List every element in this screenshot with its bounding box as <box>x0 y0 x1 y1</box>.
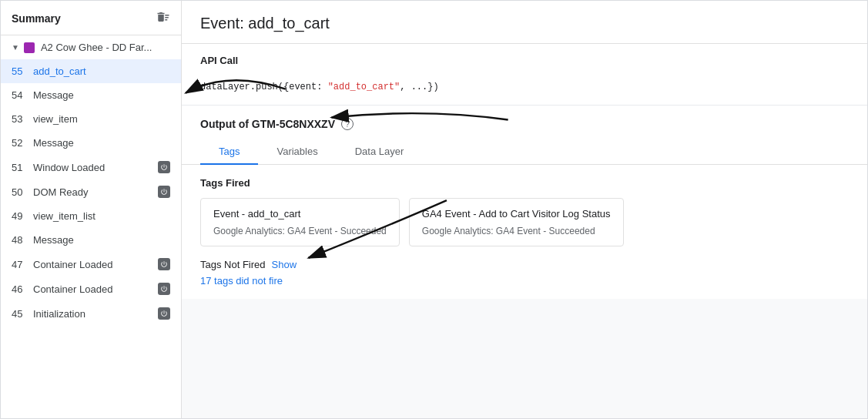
item-label-46: Container Loaded <box>33 283 153 295</box>
badge-icon-46 <box>158 283 170 295</box>
item-number-48: 48 <box>12 234 33 246</box>
sidebar-item-45[interactable]: 45 Initialization <box>1 301 181 326</box>
main-body: API Call dataLayer.push({event: "add_to_… <box>182 44 867 418</box>
chevron-icon: ▼ <box>12 43 19 52</box>
sidebar-item-54[interactable]: 54 Message <box>1 83 181 107</box>
item-label-55: add_to_cart <box>33 65 170 77</box>
item-number-53: 53 <box>12 113 33 125</box>
tag-card-0: Event - add_to_cart Google Analytics: GA… <box>200 198 400 246</box>
item-label-52: Message <box>33 137 170 149</box>
tags-not-fired-row: Tags Not Fired Show <box>200 259 849 270</box>
item-number-46: 46 <box>12 283 33 295</box>
api-call-code: dataLayer.push({event: "add_to_cart", ..… <box>182 74 867 105</box>
item-number-54: 54 <box>12 89 33 101</box>
tag-card-desc-0: Google Analytics: GA4 Event - Succeeded <box>213 226 387 236</box>
sidebar-item-53[interactable]: 53 view_item <box>1 107 181 131</box>
output-title: Output of GTM-5C8NXXZV <box>200 118 335 130</box>
tab-data-layer[interactable]: Data Layer <box>337 139 423 165</box>
sidebar-item-52[interactable]: 52 Message <box>1 131 181 155</box>
tag-card-title-1: GA4 Event - Add to Cart Visitor Log Stat… <box>422 208 611 220</box>
item-number-45: 45 <box>12 308 33 320</box>
item-number-47: 47 <box>12 259 33 270</box>
item-number-55: 55 <box>12 65 33 77</box>
help-icon[interactable]: ? <box>341 118 354 130</box>
code-suffix: , ...}) <box>400 82 438 92</box>
page-title: Event: add_to_cart <box>200 15 849 32</box>
tags-fired-grid: Event - add_to_cart Google Analytics: GA… <box>200 198 849 246</box>
item-label-47: Container Loaded <box>33 259 153 270</box>
tags-not-fired-label: Tags Not Fired <box>200 259 266 270</box>
item-label-53: view_item <box>33 113 170 125</box>
tab-variables[interactable]: Variables <box>258 139 336 165</box>
item-label-45: Initialization <box>33 308 153 320</box>
sidebar-item-49[interactable]: 49 view_item_list <box>1 204 181 228</box>
parent-item[interactable]: ▼ A2 Cow Ghee - DD Far... <box>1 35 181 59</box>
item-number-49: 49 <box>12 210 33 222</box>
sidebar-title: Summary <box>12 12 61 25</box>
tag-card-1: GA4 Event - Add to Cart Visitor Log Stat… <box>409 198 624 246</box>
sidebar: Summary ▼ A2 Cow Ghee - DD Far... 55 add… <box>1 1 182 418</box>
badge-icon-51 <box>158 161 170 173</box>
badge-icon-47 <box>158 258 170 270</box>
api-call-title: API Call <box>182 44 867 74</box>
sidebar-header: Summary <box>1 1 181 35</box>
tabs-bar: Tags Variables Data Layer <box>182 139 867 165</box>
item-label-54: Message <box>33 89 170 101</box>
tags-fired-title: Tags Fired <box>200 177 849 189</box>
tags-section: Tags Fired Event - add_to_cart Google An… <box>182 165 867 299</box>
parent-item-label: A2 Cow Ghee - DD Far... <box>41 42 152 53</box>
output-section: Output of GTM-5C8NXXZV ? Tags Variables … <box>182 106 867 299</box>
sidebar-item-48[interactable]: 48 Message <box>1 228 181 252</box>
tab-tags[interactable]: Tags <box>200 139 258 165</box>
sidebar-item-46[interactable]: 46 Container Loaded <box>1 277 181 301</box>
item-label-48: Message <box>33 234 170 246</box>
code-event: "add_to_cart" <box>328 82 400 92</box>
sidebar-item-47[interactable]: 47 Container Loaded <box>1 252 181 277</box>
main-header: Event: add_to_cart <box>182 1 867 44</box>
sidebar-item-51[interactable]: 51 Window Loaded <box>1 155 181 179</box>
color-dot <box>24 42 35 53</box>
item-label-49: view_item_list <box>33 210 170 222</box>
clear-icon[interactable] <box>156 10 170 27</box>
item-number-52: 52 <box>12 137 33 149</box>
api-call-section: API Call dataLayer.push({event: "add_to_… <box>182 44 867 106</box>
badge-icon-50 <box>158 186 170 198</box>
item-number-50: 50 <box>12 186 33 198</box>
sidebar-item-50[interactable]: 50 DOM Ready <box>1 179 181 204</box>
item-label-51: Window Loaded <box>33 162 153 173</box>
sidebar-item-55[interactable]: 55 add_to_cart <box>1 59 181 83</box>
main-content: Event: add_to_cart API Call dataLayer.pu… <box>182 1 867 418</box>
badge-icon-45 <box>158 307 170 320</box>
code-prefix: dataLayer.push({event: <box>200 82 328 92</box>
tags-not-fired-show[interactable]: Show <box>272 259 297 270</box>
tag-card-desc-1: Google Analytics: GA4 Event - Succeeded <box>422 226 611 236</box>
output-header: Output of GTM-5C8NXXZV ? <box>182 106 867 130</box>
tags-not-fired-count: 17 tags did not fire <box>200 275 849 287</box>
item-label-50: DOM Ready <box>33 186 153 198</box>
item-number-51: 51 <box>12 162 33 173</box>
tag-card-title-0: Event - add_to_cart <box>213 208 387 220</box>
